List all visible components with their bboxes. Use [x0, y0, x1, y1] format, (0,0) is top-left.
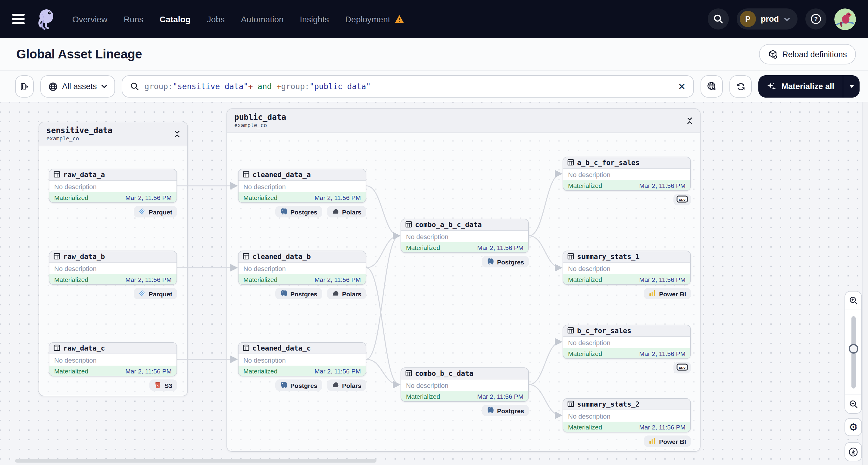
parquet-badge: Parquet [134, 288, 177, 299]
vertical-scrollbar-gutter[interactable] [862, 102, 868, 465]
reload-definitions-button[interactable]: Reload definitions [759, 44, 856, 64]
badge-label: Polars [342, 290, 362, 297]
asset-card-raw_data_b[interactable]: raw_data_bNo descriptionMaterializedMar … [49, 251, 177, 285]
table-icon [243, 343, 249, 353]
app-window: OverviewRunsCatalogJobsAutomationInsight… [0, 0, 868, 465]
asset-card-cleaned_data_b[interactable]: cleaned_data_bNo descriptionMaterialized… [238, 251, 366, 285]
help-icon[interactable]: ? [805, 8, 827, 30]
asset-search-input[interactable]: group:"sensitive_data"+ and +group:"publ… [122, 75, 694, 98]
asset-name: cleaned_data_b [252, 252, 311, 261]
nav-item-catalog[interactable]: Catalog [160, 14, 191, 24]
materialize-all-button[interactable]: Materialize all [758, 75, 860, 98]
materialize-all-label: Materialize all [781, 82, 834, 91]
globe-plus-button[interactable] [701, 75, 723, 98]
page-header: Global Asset Lineage Reload definitions [0, 38, 868, 71]
asset-name: combo_b_c_data [415, 369, 473, 378]
asset-description: No description [239, 354, 366, 366]
open-left-panel-button[interactable] [15, 75, 34, 98]
asset-header: combo_a_b_c_data [401, 219, 528, 231]
asset-name: cleaned_data_c [252, 344, 311, 352]
asset-card-b_c_for_sales[interactable]: b_c_for_salesNo descriptionMaterializedM… [563, 324, 691, 359]
table-icon [567, 325, 574, 336]
table-icon [54, 343, 60, 353]
asset-card-cleaned_data_a[interactable]: cleaned_data_aNo descriptionMaterialized… [238, 169, 366, 203]
zoom-slider-thumb[interactable] [848, 344, 858, 353]
zoom-slider[interactable] [845, 310, 861, 395]
nav-item-jobs[interactable]: Jobs [207, 14, 225, 24]
asset-description: No description [563, 169, 690, 180]
asset-status: Materialized [54, 367, 88, 375]
refresh-button[interactable] [730, 75, 752, 98]
asset-status-bar: MaterializedMar 2, 11:56 PM [239, 366, 366, 376]
asset-status: Materialized [54, 194, 88, 201]
asset-header: combo_b_c_data [401, 368, 528, 379]
asset-scope-button[interactable]: All assets [40, 75, 115, 98]
badge-label: Parquet [149, 290, 172, 297]
graph-settings-button[interactable]: ⚙ [844, 418, 862, 436]
asset-status: Materialized [568, 424, 602, 431]
polars-icon [332, 208, 339, 216]
badge-label: Postgres [290, 208, 317, 215]
asset-timestamp: Mar 2, 11:56 PM [639, 182, 685, 189]
nav-item-automation[interactable]: Automation [241, 14, 284, 24]
nav-right: P prod ? [708, 8, 856, 30]
asset-badges: S3 [49, 379, 177, 391]
asset-header: cleaned_data_b [239, 251, 366, 262]
asset-name: raw_data_c [63, 344, 105, 352]
parquet-icon [138, 208, 146, 216]
svg-text:csv: csv [679, 365, 686, 370]
caret-down-icon [849, 85, 854, 88]
postgres-badge: Postgres [275, 206, 322, 217]
postgres-icon [487, 406, 494, 415]
asset-name: summary_stats_2 [577, 400, 640, 408]
download-graph-button[interactable] [844, 442, 862, 461]
asset-card-combo_a_b_c_data[interactable]: combo_a_b_c_dataNo descriptionMaterializ… [401, 219, 529, 253]
asset-status: Materialized [568, 182, 602, 189]
search-icon[interactable] [708, 8, 729, 30]
asset-description: No description [239, 181, 366, 192]
asset-name: cleaned_data_a [252, 170, 311, 179]
table-icon [567, 251, 574, 262]
materialize-all-caret[interactable] [843, 75, 860, 98]
nav-item-insights[interactable]: Insights [300, 14, 329, 24]
zoom-in-icon[interactable] [845, 291, 861, 310]
csv-icon: csv [677, 363, 688, 372]
table-icon [405, 368, 412, 379]
postgres-icon [280, 381, 287, 390]
materialize-all-main[interactable]: Materialize all [758, 75, 843, 98]
zoom-out-icon[interactable] [845, 395, 861, 413]
asset-status-bar: MaterializedMar 2, 11:56 PM [239, 274, 366, 285]
asset-status: Materialized [243, 276, 277, 283]
horizontal-scrollbar[interactable] [15, 459, 376, 463]
asset-name: b_c_for_sales [577, 327, 631, 335]
clear-x-icon[interactable]: ✕ [678, 82, 685, 91]
asset-timestamp: Mar 2, 11:56 PM [125, 276, 172, 283]
asset-card-combo_b_c_data[interactable]: combo_b_c_dataNo descriptionMaterialized… [401, 367, 529, 402]
nav-item-overview[interactable]: Overview [72, 14, 107, 24]
lineage-graph-canvas[interactable]: sensitive_data example_co public_data ex… [0, 102, 868, 465]
asset-card-summary_stats_1[interactable]: summary_stats_1No descriptionMaterialize… [563, 251, 691, 285]
asset-header: summary_stats_1 [563, 251, 690, 262]
user-avatar[interactable] [834, 8, 856, 30]
asset-status: Materialized [568, 350, 602, 357]
hamburger-icon[interactable] [12, 14, 25, 24]
asset-status-bar: MaterializedMar 2, 11:56 PM [563, 422, 690, 432]
asset-status-bar: MaterializedMar 2, 11:56 PM [563, 348, 690, 359]
asset-timestamp: Mar 2, 11:56 PM [314, 367, 361, 375]
asset-card-raw_data_a[interactable]: raw_data_aNo descriptionMaterializedMar … [49, 169, 177, 203]
polars-icon [332, 381, 339, 390]
asset-card-summary_stats_2[interactable]: summary_stats_2No descriptionMaterialize… [563, 398, 691, 432]
powerbi-icon [649, 437, 656, 445]
search-icon [130, 82, 139, 91]
asset-card-cleaned_data_c[interactable]: cleaned_data_cNo descriptionMaterialized… [238, 342, 366, 376]
nav-item-runs[interactable]: Runs [124, 14, 143, 24]
dagster-octopus-logo[interactable] [35, 7, 57, 31]
deployment-switcher[interactable]: P prod [737, 8, 798, 30]
badge-label: Postgres [497, 258, 524, 265]
asset-card-raw_data_c[interactable]: raw_data_cNo descriptionMaterializedMar … [49, 342, 177, 376]
zoom-controls [844, 291, 862, 414]
asset-header: a_b_c_for_sales [563, 157, 690, 169]
nav-item-deployment[interactable]: Deployment [345, 14, 404, 24]
asset-card-a_b_c_for_sales[interactable]: a_b_c_for_salesNo descriptionMaterialize… [563, 157, 691, 191]
badge-label: Power BI [659, 290, 686, 297]
